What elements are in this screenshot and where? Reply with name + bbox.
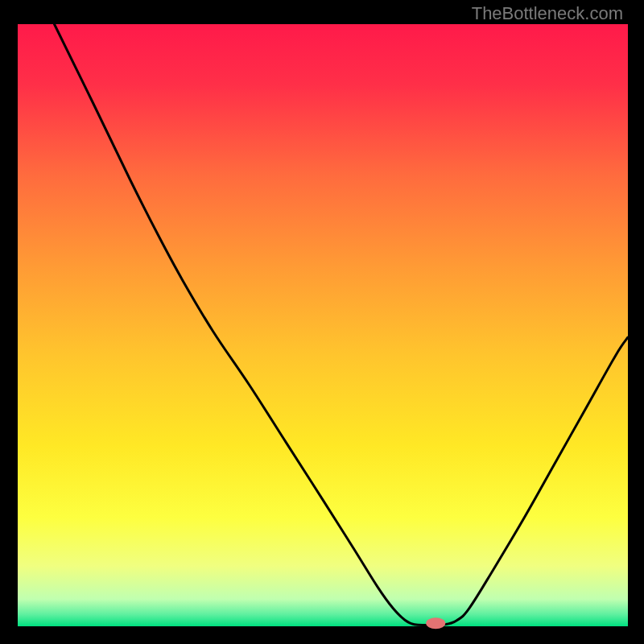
optimal-point-marker	[426, 617, 445, 629]
watermark-text: TheBottleneck.com	[472, 3, 623, 24]
chart-container: TheBottleneck.com	[0, 0, 644, 644]
chart-gradient-bg	[18, 24, 628, 626]
bottleneck-chart	[0, 0, 644, 644]
